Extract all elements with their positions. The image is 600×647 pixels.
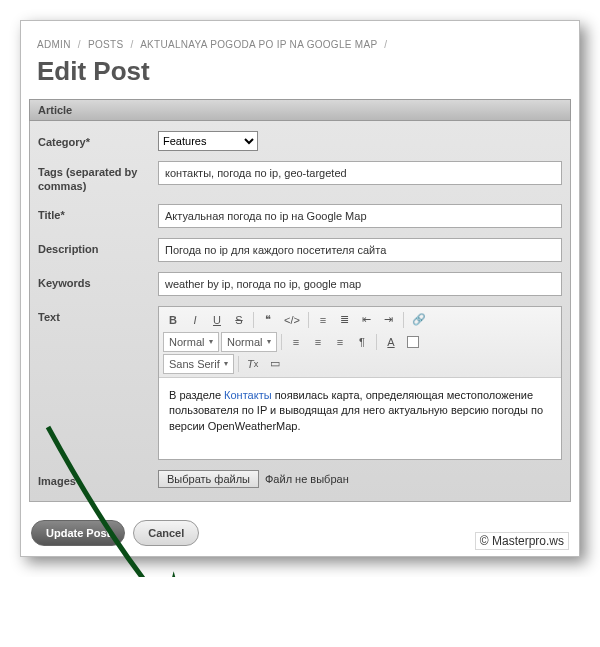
description-label: Description [38,238,158,257]
editor-content[interactable]: В разделе Контакты появилась карта, опре… [159,378,561,460]
text-color-icon[interactable]: A [381,332,401,352]
rich-text-editor: B I U S ❝ </> ≡ ≣ ⇤ ⇥ [158,306,562,461]
category-select[interactable]: Features [158,131,258,151]
title-label: Title* [38,204,158,223]
category-label: Category* [38,131,158,150]
code-icon[interactable]: </> [280,310,304,330]
form-body: Category* Features Tags (separated by co… [29,121,571,502]
bg-color-icon[interactable] [403,332,423,352]
tags-input[interactable] [158,161,562,185]
align-center-icon[interactable]: ≡ [308,332,328,352]
size-select[interactable]: Normal▾ [221,332,277,352]
content-link[interactable]: Контакты [224,389,272,401]
text-label: Text [38,306,158,325]
breadcrumb-item[interactable]: ADMIN [37,39,71,50]
ordered-list-icon[interactable]: ≡ [313,310,333,330]
images-label: Images [38,470,158,489]
bold-icon[interactable]: B [163,310,183,330]
strike-icon[interactable]: S [229,310,249,330]
italic-icon[interactable]: I [185,310,205,330]
style-select[interactable]: Normal▾ [163,332,219,352]
breadcrumb: ADMIN / POSTS / AKTUALNAYA POGODA PO IP … [29,35,571,56]
choose-files-button[interactable]: Выбрать файлы [158,470,259,488]
breadcrumb-item[interactable]: AKTUALNAYA POGODA PO IP NA GOOGLE MAP [140,39,377,50]
link-icon[interactable]: 🔗 [408,310,430,330]
editor-toolbar: B I U S ❝ </> ≡ ≣ ⇤ ⇥ [159,307,561,378]
underline-icon[interactable]: U [207,310,227,330]
keywords-label: Keywords [38,272,158,291]
clear-format-icon[interactable]: Tx [243,354,263,374]
indent-icon[interactable]: ⇥ [379,310,399,330]
copyright: © Masterpro.ws [475,532,569,550]
file-status: Файл не выбран [265,473,349,485]
breadcrumb-item[interactable]: POSTS [88,39,123,50]
paragraph-icon[interactable]: ¶ [352,332,372,352]
quote-icon[interactable]: ❝ [258,310,278,330]
update-post-button[interactable]: Update Post [31,520,125,546]
outdent-icon[interactable]: ⇤ [357,310,377,330]
description-input[interactable] [158,238,562,262]
align-left-icon[interactable]: ≡ [286,332,306,352]
title-input[interactable] [158,204,562,228]
font-select[interactable]: Sans Serif▾ [163,354,234,374]
unordered-list-icon[interactable]: ≣ [335,310,355,330]
align-right-icon[interactable]: ≡ [330,332,350,352]
tags-label: Tags (separated by commas) [38,161,158,194]
section-header: Article [29,99,571,121]
keywords-input[interactable] [158,272,562,296]
page-title: Edit Post [29,56,571,87]
cancel-button[interactable]: Cancel [133,520,199,546]
image-icon[interactable]: ▭ [265,354,285,374]
